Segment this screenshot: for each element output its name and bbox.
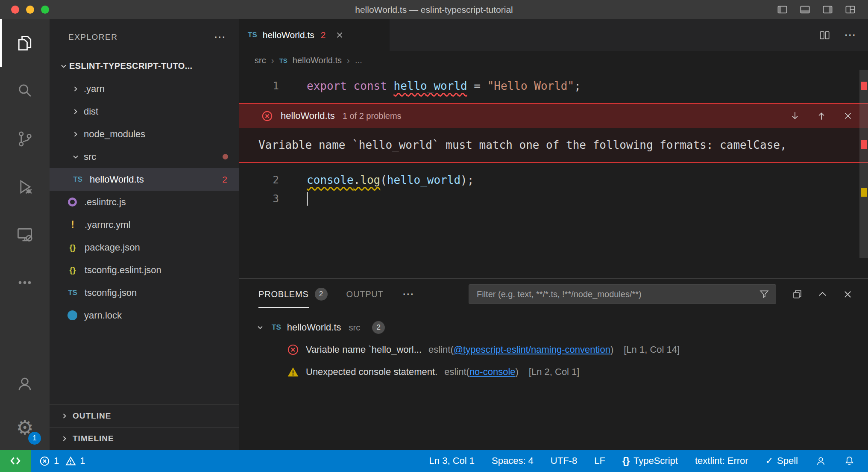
problem-message: Unexpected console statement.	[306, 366, 437, 378]
sidebar-item-tsconfig-json[interactable]: TS tsconfig.json	[50, 281, 239, 304]
sidebar-item-node-modules[interactable]: node_modules	[50, 123, 239, 145]
activitybar-remote-explorer[interactable]	[0, 211, 50, 259]
sidebar-item-tsconfig-eslint-json[interactable]: {} tsconfig.eslint.json	[50, 259, 239, 281]
remote-indicator[interactable]	[0, 450, 31, 472]
code-line-1[interactable]: 1 export const hello_world = "Hello Worl…	[239, 77, 868, 95]
previous-problem-icon[interactable]	[816, 110, 827, 121]
json-file-icon: {}	[67, 243, 79, 252]
sidebar-item-yarn[interactable]: .yarn	[50, 77, 239, 100]
sidebar-more-actions-icon[interactable]: ⋯	[214, 31, 227, 43]
toggle-panel-icon[interactable]	[799, 4, 811, 15]
token-punctuation: ;	[574, 80, 581, 92]
feedback-person-icon[interactable]	[815, 455, 827, 467]
maximize-panel-icon[interactable]	[817, 289, 828, 300]
group-by-icon[interactable]	[792, 289, 803, 300]
close-tab-icon[interactable]	[334, 30, 345, 40]
activitybar-spacer	[0, 307, 50, 363]
token-variable-error: hello_world	[394, 80, 467, 92]
eol-item[interactable]: LF	[594, 455, 605, 466]
sidebar-item-project-root[interactable]: ESLINT-TYPESCRIPT-TUTO...	[50, 55, 239, 77]
folder-label: node_modules	[84, 129, 145, 140]
filter-funnel-icon[interactable]	[759, 289, 770, 300]
editor-scrollbar[interactable]	[859, 70, 868, 278]
peek-message[interactable]: Variable name `hello_world` must match o…	[239, 128, 868, 162]
customize-layout-icon[interactable]	[845, 4, 856, 15]
language-mode-item[interactable]: {} TypeScript	[622, 455, 678, 466]
toggle-primary-sidebar-icon[interactable]	[777, 4, 788, 15]
sidebar-item-helloworld-ts[interactable]: TS helloWorld.ts 2	[50, 168, 239, 191]
line-number[interactable]: 3	[239, 193, 279, 205]
typescript-file-icon: TS	[72, 175, 84, 184]
sidebar-item-yarn-lock[interactable]: yarn.lock	[50, 304, 239, 327]
problem-source: eslint(no-console)	[444, 366, 519, 378]
panel-more-tabs-icon[interactable]: ⋯	[402, 288, 414, 300]
peek-file-name: helloWorld.ts	[281, 110, 335, 121]
tab-problems[interactable]: PROBLEMS 2	[258, 279, 328, 310]
activitybar-settings[interactable]: ⚙ 1	[0, 405, 50, 450]
problems-status-item[interactable]: 1 1	[39, 455, 85, 466]
token-method: log	[360, 174, 380, 186]
breadcrumb-symbol[interactable]: ...	[355, 56, 362, 65]
code-line-2[interactable]: 2 console.log(hello_world);	[239, 171, 868, 189]
code-editor[interactable]: 1 export const hello_world = "Hello Worl…	[239, 70, 868, 278]
chevron-right-icon	[70, 83, 81, 94]
tab-output[interactable]: OUTPUT	[346, 279, 384, 310]
chevron-separator-icon: ›	[347, 55, 350, 65]
activitybar-source-control[interactable]	[0, 115, 50, 163]
timeline-section-label: TIMELINE	[73, 434, 114, 443]
chevron-right-icon	[59, 410, 70, 422]
chevron-right-icon	[70, 106, 81, 117]
error-circle-icon	[261, 110, 273, 122]
breadcrumb-file[interactable]: helloWorld.ts	[293, 56, 342, 65]
problem-row-warning[interactable]: Unexpected console statement. eslint(no-…	[239, 361, 868, 383]
chevron-right-icon	[70, 129, 81, 140]
code-line-3[interactable]: 3	[239, 189, 868, 208]
problems-file-group[interactable]: TS helloWorld.ts src 2	[239, 316, 868, 339]
close-panel-icon[interactable]	[842, 289, 853, 300]
indentation-item[interactable]: Spaces: 4	[492, 455, 534, 466]
close-window-button[interactable]	[11, 6, 19, 14]
activitybar-search[interactable]	[0, 67, 50, 115]
panel-actions	[792, 289, 853, 300]
split-editor-icon[interactable]	[819, 30, 830, 41]
sidebar-item-eslintrc[interactable]: .eslintrc.js	[50, 191, 239, 213]
activitybar-more[interactable]	[0, 259, 50, 307]
token-keyword: export	[307, 80, 354, 92]
problems-filter-input[interactable]	[477, 289, 759, 299]
rule-link[interactable]: @typescript-eslint/naming-convention	[454, 344, 610, 355]
notifications-bell-icon[interactable]	[844, 455, 855, 467]
activitybar-accounts[interactable]	[0, 363, 50, 405]
line-number[interactable]: 1	[239, 80, 279, 92]
next-problem-icon[interactable]	[789, 110, 801, 121]
close-peek-icon[interactable]	[842, 110, 853, 121]
titlebar: helloWorld.ts — eslint-typescript-tutori…	[0, 0, 868, 19]
toggle-secondary-sidebar-icon[interactable]	[822, 4, 833, 15]
tab-helloworld-ts[interactable]: TS helloWorld.ts 2	[239, 19, 390, 51]
activitybar-explorer[interactable]	[0, 19, 50, 67]
zoom-window-button[interactable]	[41, 6, 49, 14]
spell-checker-item[interactable]: ✓ Spell	[765, 455, 798, 466]
sidebar-item-dist[interactable]: dist	[50, 100, 239, 123]
sidebar-item-src[interactable]: src	[50, 145, 239, 168]
cursor-position-item[interactable]: Ln 3, Col 1	[429, 455, 475, 466]
line-number[interactable]: 2	[239, 174, 279, 186]
rule-link[interactable]: no-console	[469, 366, 516, 377]
window-title: helloWorld.ts — eslint-typescript-tutori…	[0, 5, 868, 15]
more-actions-icon[interactable]: ⋯	[844, 29, 856, 41]
problem-row-error[interactable]: Variable name `hello_worl... eslint(@typ…	[239, 339, 868, 361]
breadcrumb-folder[interactable]: src	[255, 56, 266, 65]
activitybar-run-debug[interactable]	[0, 163, 50, 211]
minimize-window-button[interactable]	[26, 6, 34, 14]
textlint-status-item[interactable]: textlint: Error	[695, 455, 748, 466]
outline-section-header[interactable]: OUTLINE	[50, 404, 239, 427]
sidebar-item-yarnrc[interactable]: ! .yarnrc.yml	[50, 213, 239, 236]
tab-problems-badge: 2	[321, 30, 326, 40]
peek-problem-counter: 1 of 2 problems	[343, 111, 402, 121]
file-label: .yarnrc.yml	[85, 219, 131, 230]
scrollbar-thumb[interactable]	[859, 70, 868, 258]
encoding-item[interactable]: UTF-8	[551, 455, 577, 466]
sidebar-item-package-json[interactable]: {} package.json	[50, 236, 239, 259]
token-punctuation: .	[354, 174, 361, 186]
timeline-section-header[interactable]: TIMELINE	[50, 427, 239, 450]
overview-warning-mark	[861, 188, 867, 197]
